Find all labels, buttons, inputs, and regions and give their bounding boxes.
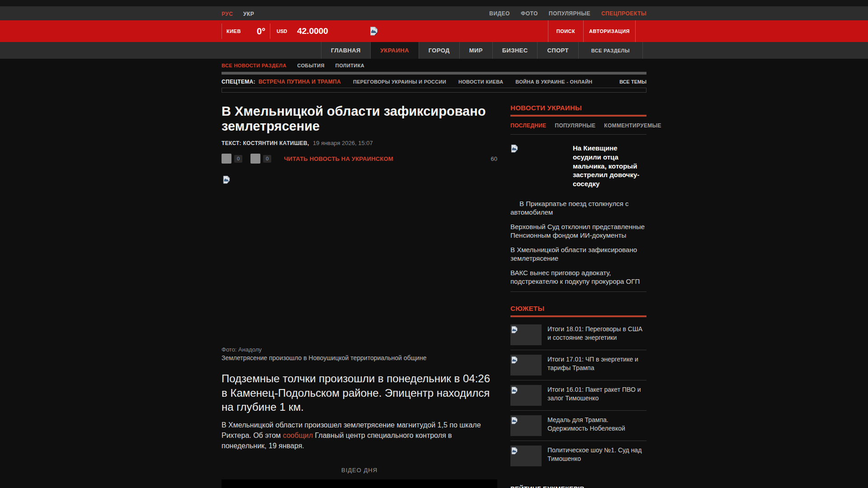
subnav-all-news[interactable]: ВСЕ НОВОСТИ РАЗДЕЛА — [222, 63, 287, 68]
featured-headline[interactable]: На Киевщине осудили отца мальчика, котор… — [573, 144, 646, 188]
source-link[interactable]: сообщил — [283, 432, 313, 439]
broken-image-icon — [511, 325, 518, 333]
sidebar-sujets-title: СЮЖЕТЫ — [510, 305, 646, 312]
section-subnav: ВСЕ НОВОСТИ РАЗДЕЛА СОБЫТИЯ ПОЛИТИКА — [222, 63, 646, 68]
article-column: В Хмельницкой области зафиксировано земл… — [222, 104, 497, 488]
spectema-topic-war-online[interactable]: ВОЙНА В УКРАИНЕ - ОНЛАЙН — [515, 79, 592, 84]
lang-ukr[interactable]: УКР — [243, 11, 254, 17]
login-button[interactable]: АВТОРИЗАЦИЯ — [583, 20, 636, 42]
read-in-ukrainian-link[interactable]: ЧИТАТЬ НОВОСТЬ НА УКРАИНСКОМ — [284, 155, 393, 162]
spectema-topic-kyiv-news[interactable]: НОВОСТИ КИЕВА — [458, 79, 503, 84]
special-topics-bar: СПЕЦТЕМА: ВСТРЕЧА ПУТИНА И ТРАМПА ПЕРЕГО… — [222, 79, 646, 85]
broken-image-icon — [511, 416, 518, 424]
top-bar: РУС УКР ВИДЕО ФОТО ПОПУЛЯРНЫЕ СПЕЦПРОЕКТ… — [0, 6, 868, 20]
tab-popular[interactable]: ПОПУЛЯРНЫЕ — [555, 122, 595, 129]
sujet-item[interactable]: Итоги 18.01: Переговоры в США и состояни… — [510, 320, 646, 350]
subnav-politics[interactable]: ПОЛИТИКА — [335, 63, 364, 68]
views-count: 60 — [491, 155, 497, 162]
article-share-row: 0 0 ЧИТАТЬ НОВОСТЬ НА УКРАИНСКОМ 60 — [222, 154, 497, 164]
photo-caption: Землетрясение произошло в Новоушицкой те… — [222, 354, 497, 361]
sujet-list: Итоги 18.01: Переговоры в США и состояни… — [510, 320, 646, 471]
sidebar-divider — [510, 291, 646, 292]
spectema-all-topics-link[interactable]: ВСЕ ТЕМЫ — [619, 79, 646, 84]
main-navigation: ГЛАВНАЯ УКРАИНА ГОРОД МИР БИЗНЕС СПОРТ В… — [0, 42, 868, 59]
currency-widget[interactable]: USD 42.0000 — [270, 26, 350, 36]
red-underline — [510, 315, 646, 317]
topics-outline-box — [222, 88, 646, 93]
top-link-specprojects[interactable]: СПЕЦПРОЕКТЫ — [601, 10, 646, 17]
share-count-badge: 0 — [263, 155, 271, 163]
article-body: В Хмельницкой области произошел землетря… — [222, 420, 497, 451]
sujet-item[interactable]: Медаль для Трампа. Одержимость Нобелевко… — [510, 411, 646, 441]
article-byline: ТЕКСТ: КОСТЯНТИН КАТИШЕВ, 19 января 2026… — [222, 140, 497, 146]
sidebar: НОВОСТИ УКРАИНЫ ПОСЛЕДНИЕ ПОПУЛЯРНЫЕ КОМ… — [510, 104, 646, 488]
nav-item-sport[interactable]: СПОРТ — [537, 42, 578, 59]
sidebar-tabs: ПОСЛЕДНИЕ ПОПУЛЯРНЫЕ КОММЕНТИРУЕМЫЕ — [510, 122, 646, 135]
sujet-headline[interactable]: Итоги 17.01: ЧП в энергетике и тарифы Тр… — [547, 355, 646, 371]
nav-item-world[interactable]: МИР — [459, 42, 492, 59]
nav-item-business[interactable]: БИЗНЕС — [492, 42, 538, 59]
weather-city: КИЕВ — [226, 28, 241, 34]
site-logo broken-image-icon[interactable] — [369, 26, 378, 36]
search-button[interactable]: ПОИСК — [548, 20, 583, 42]
share-button-icon[interactable] — [222, 154, 231, 164]
article-title: В Хмельницкой области зафиксировано земл… — [222, 104, 497, 134]
news-list-item[interactable]: ВАКС вынес приговор адвокату, подстрекат… — [510, 268, 646, 286]
subnav-events[interactable]: СОБЫТИЯ — [297, 63, 325, 68]
sujet-thumbnail — [510, 324, 542, 345]
sidebar-featured-item[interactable]: На Киевщине осудили отца мальчика, котор… — [510, 144, 646, 188]
nav-item-city[interactable]: ГОРОД — [419, 42, 459, 59]
red-underline — [510, 115, 646, 117]
featured-thumbnail — [510, 144, 573, 185]
news-list-item[interactable]: В Хмельницкой области зафиксировано земл… — [510, 245, 646, 263]
currency-rate: 42.0000 — [297, 26, 328, 36]
top-link-video[interactable]: ВИДЕО — [489, 10, 510, 17]
topics-scrollbar[interactable] — [222, 72, 646, 75]
article-date: 19 января 2026, 15:07 — [313, 140, 373, 146]
share-button-icon[interactable] — [250, 154, 260, 164]
sujet-item[interactable]: Политическое шоу №1. Суд над Тимошенко — [510, 441, 646, 471]
sidebar-news-title: НОВОСТИ УКРАИНЫ — [510, 104, 646, 112]
news-list-item[interactable]: Верховный Суд отклонил представленные Пе… — [510, 222, 646, 239]
weather-temperature: 0° — [257, 26, 265, 37]
broken-image-icon — [511, 356, 518, 364]
nav-item-main[interactable]: ГЛАВНАЯ — [321, 42, 370, 59]
sujet-headline[interactable]: Итоги 16.01: Пакет ракет ПВО и залог Тим… — [547, 385, 646, 402]
spectema-topic-negotiations[interactable]: ПЕРЕГОВОРЫ УКРАИНЫ И РОССИИ — [353, 79, 446, 84]
sujet-thumbnail — [510, 355, 542, 375]
tab-commented[interactable]: КОММЕНТИРУЕМЫЕ — [604, 122, 661, 129]
top-links: ВИДЕО ФОТО ПОПУЛЯРНЫЕ СПЕЦПРОЕКТЫ — [489, 10, 646, 17]
top-link-popular[interactable]: ПОПУЛЯРНЫЕ — [549, 10, 590, 17]
news-list-item[interactable]: В Прикарпатье поезд столкнулся с автомоб… — [510, 199, 646, 216]
sujet-headline[interactable]: Медаль для Трампа. Одержимость Нобелевко… — [547, 416, 646, 432]
weather-widget[interactable]: КИЕВ 0° — [222, 26, 270, 37]
broken-image-icon — [511, 446, 518, 455]
article-lead: Подземные толчки произошли в понедельник… — [222, 371, 497, 414]
sujet-headline[interactable]: Итоги 18.01: Переговоры в США и состояни… — [547, 325, 646, 341]
top-strip — [0, 0, 868, 6]
video-player[interactable] — [222, 479, 497, 488]
tab-latest[interactable]: ПОСЛЕДНИЕ — [510, 122, 546, 129]
nav-item-ukraine[interactable]: УКРАИНА — [370, 42, 419, 59]
sujet-thumbnail — [510, 385, 542, 406]
share-widget-1: 0 — [222, 154, 242, 164]
sidebar-news-list: В Прикарпатье поезд столкнулся с автомоб… — [510, 199, 646, 286]
top-link-photo[interactable]: ФОТО — [521, 10, 538, 17]
bookmakers-rating-title: РЕЙТИНГ БУКМЕКЕРІВ — [510, 485, 646, 488]
article-image — [222, 174, 497, 346]
sujet-headline[interactable]: Политическое шоу №1. Суд над Тимошенко — [547, 446, 646, 462]
photo-credit: Фото: Анадолу — [222, 346, 497, 353]
share-widget-2: 0 — [250, 154, 271, 164]
spectema-featured-link[interactable]: ВСТРЕЧА ПУТИНА И ТРАМПА — [259, 79, 341, 85]
currency-code: USD — [277, 28, 287, 34]
nav-item-all-sections[interactable]: ВСЕ РАЗДЕЛЫ — [578, 42, 643, 59]
article-author: ТЕКСТ: КОСТЯНТИН КАТИШЕВ, — [222, 140, 309, 146]
sujet-item[interactable]: Итоги 16.01: Пакет ракет ПВО и залог Тим… — [510, 380, 646, 411]
share-count-badge: 0 — [234, 155, 242, 163]
video-of-day-label: ВІДЕО ДНЯ — [222, 467, 497, 474]
broken-image-icon — [222, 175, 231, 184]
lang-rus[interactable]: РУС — [222, 11, 233, 17]
sujet-item[interactable]: Итоги 17.01: ЧП в энергетике и тарифы Тр… — [510, 350, 646, 380]
language-switcher: РУС УКР — [222, 9, 262, 18]
spectema-label: СПЕЦТЕМА: — [222, 79, 255, 85]
